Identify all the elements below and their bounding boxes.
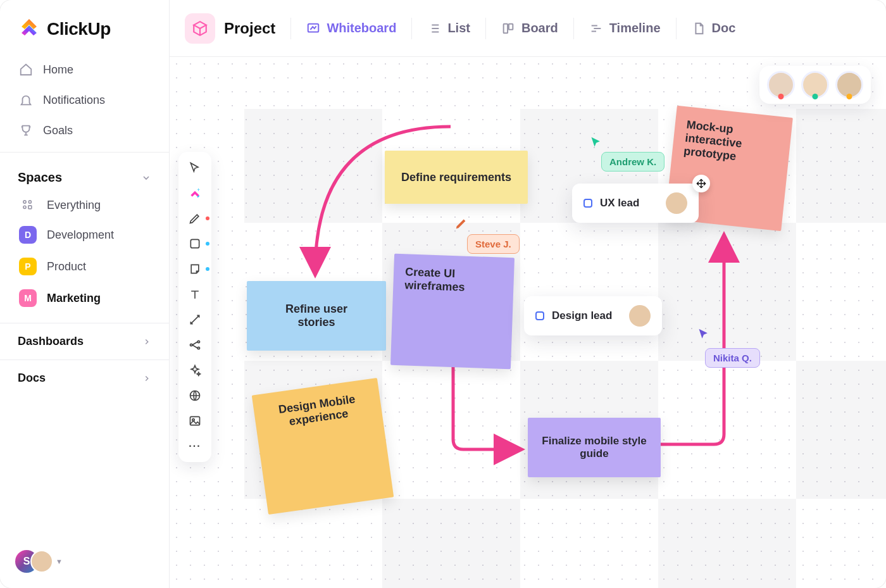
chevron-right-icon [142,374,151,383]
tool-sticky[interactable] [187,261,203,277]
trophy-icon [19,123,33,137]
sidebar-item-label: Marketing [47,292,101,305]
tool-ai[interactable] [187,362,203,378]
collaborator-avatar[interactable] [767,71,795,99]
task-checkbox-icon[interactable] [535,311,544,320]
cursor-icon [590,136,602,149]
user-avatar [30,550,53,573]
cursor-icon [697,328,710,341]
whiteboard-canvas[interactable]: Define requirements Refine user stories … [170,57,886,588]
tab-label: Doc [712,21,736,35]
timeline-icon [589,22,603,35]
svg-point-11 [197,347,199,349]
sticky-text: Create UI wireframes [404,265,502,295]
sidebar-item-everything[interactable]: Everything [10,191,159,219]
tab-list[interactable]: List [412,21,485,35]
task-card-design-lead[interactable]: Design lead [524,296,662,335]
task-title: UX lead [600,197,639,210]
sidebar: ClickUp Home Notifications Goals Spaces [0,0,170,588]
collaborator-avatar[interactable] [835,71,863,99]
sidebar-item-label: Docs [18,372,46,385]
sticky-design-mobile[interactable]: Design Mobile experience [252,378,394,515]
home-icon [19,63,33,77]
tool-clickup[interactable]: + [187,185,203,201]
bell-icon [19,93,33,107]
tool-web[interactable] [187,387,203,404]
task-title: Design lead [552,310,612,322]
tool-image[interactable] [187,413,203,429]
collaborator-name: Nikita Q. [713,353,752,363]
sticky-text: Refine user stories [285,303,347,329]
sidebar-item-label: Goals [43,124,73,137]
sidebar-item-notifications[interactable]: Notifications [10,85,159,115]
chevron-down-icon: ▼ [56,558,63,565]
collaborator-tag-nikita: Nikita Q. [705,348,760,368]
brand[interactable]: ClickUp [0,0,169,54]
sidebar-item-label: Notifications [43,94,105,107]
spaces-title: Spaces [18,170,62,185]
svg-rect-5 [504,23,508,33]
sticky-refine-user-stories[interactable]: Refine user stories [247,281,386,351]
sidebar-item-marketing[interactable]: M Marketing [10,282,159,314]
tab-board[interactable]: Board [486,21,573,35]
tool-connector[interactable] [187,311,203,328]
sticky-text: Finalize mobile style guide [539,435,649,460]
tool-more[interactable]: ··· [187,438,203,454]
sticky-text: Mock-up interactive prototype [683,118,780,168]
sidebar-item-development[interactable]: D Development [10,219,159,251]
sticky-define-requirements[interactable]: Define requirements [385,151,528,204]
sidebar-item-home[interactable]: Home [10,54,159,85]
sticky-text: Design Mobile experience [265,391,371,431]
svg-point-9 [190,344,192,346]
user-avatar-stack[interactable]: S [15,550,51,573]
space-badge: D [19,226,37,244]
chevron-right-icon [142,337,151,346]
sidebar-footer[interactable]: S ▼ [0,535,169,588]
svg-point-1 [28,201,31,203]
tool-text[interactable] [187,286,203,303]
collaborator-tag-andrew: Andrew K. [601,152,664,172]
project-title: Project [224,20,275,37]
svg-rect-6 [509,23,513,29]
tool-select[interactable] [187,160,203,176]
collaborator-tag-steve: Steve J. [467,234,520,254]
tool-relationship[interactable] [187,337,203,353]
sticky-text: Define requirements [401,171,511,184]
sidebar-item-dashboards[interactable]: Dashboards [0,323,169,360]
task-checkbox-icon[interactable] [583,199,592,208]
tab-label: Whiteboard [327,21,396,35]
sidebar-item-label: Development [47,228,114,242]
collaborator-avatar[interactable] [801,71,829,99]
assignee-avatar[interactable] [629,305,651,327]
tab-label: Timeline [609,21,661,35]
sidebar-item-goals[interactable]: Goals [10,115,159,146]
collaborator-name: Steve J. [475,239,511,249]
tab-label: Board [521,21,558,35]
brand-name: ClickUp [47,19,111,39]
whiteboard-icon [306,22,320,35]
sidebar-item-product[interactable]: P Product [10,251,159,282]
assignee-avatar[interactable] [666,192,687,214]
collaborators-bar[interactable] [759,66,871,104]
move-handle-icon[interactable] [692,175,710,192]
task-card-ux-lead[interactable]: UX lead [572,184,699,223]
tool-pen[interactable] [187,210,203,227]
svg-rect-3 [28,206,32,209]
sidebar-item-label: Everything [47,199,101,212]
spaces-header[interactable]: Spaces [0,159,169,191]
project-icon[interactable] [185,13,215,44]
whiteboard-toolbox: + [178,152,211,462]
svg-point-0 [23,201,26,203]
chevron-down-icon [141,173,151,183]
space-badge: P [19,258,37,275]
pencil-cursor-icon [454,216,468,230]
topbar: Project Whiteboard List Board [170,0,886,57]
tool-shape[interactable] [187,235,203,252]
tab-whiteboard[interactable]: Whiteboard [291,21,411,35]
sticky-finalize-mobile[interactable]: Finalize mobile style guide [528,418,661,477]
space-badge: M [19,289,37,307]
sticky-create-ui-wireframes[interactable]: Create UI wireframes [390,254,515,370]
sidebar-item-docs[interactable]: Docs [0,360,169,396]
tab-timeline[interactable]: Timeline [574,21,676,35]
tab-doc[interactable]: Doc [677,21,751,35]
